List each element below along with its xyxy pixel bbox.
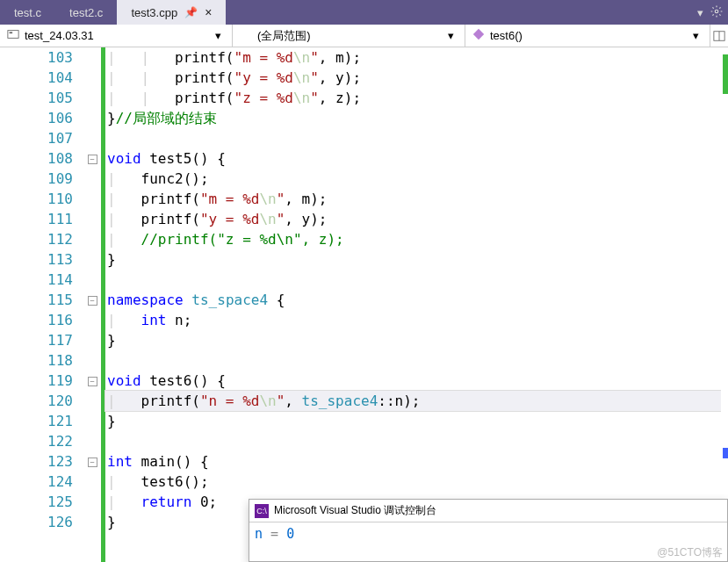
member-selector[interactable]: test6() ▾: [465, 25, 710, 47]
code-line[interactable]: | func2();: [105, 169, 721, 189]
code-line[interactable]: void test5() {: [105, 148, 721, 169]
fold-cell: [83, 270, 101, 290]
marker-change: [723, 54, 728, 94]
line-number: 109: [0, 169, 73, 189]
code-line[interactable]: | | printf("y = %d\n", y);: [105, 68, 721, 88]
line-number: 118: [0, 350, 73, 371]
fold-cell: [83, 47, 101, 68]
fold-cell[interactable]: −: [83, 290, 101, 310]
line-number: 117: [0, 330, 73, 350]
line-number: 110: [0, 189, 73, 209]
tab-test2-c[interactable]: test2.c: [55, 0, 117, 25]
line-number: 106: [0, 108, 73, 128]
code-editor[interactable]: 1031041051061071081091101111121131141151…: [0, 47, 728, 562]
member-label: test6(): [490, 29, 523, 42]
fold-cell: [83, 391, 101, 411]
line-number: 114: [0, 270, 73, 290]
fold-toggle-icon[interactable]: −: [88, 155, 97, 164]
code-line[interactable]: }: [105, 411, 721, 431]
fold-column: −−−−: [83, 47, 101, 562]
chevron-down-icon[interactable]: ▾: [689, 29, 703, 42]
scope-label: (全局范围): [240, 28, 311, 44]
fold-cell[interactable]: −: [83, 148, 101, 169]
code-line[interactable]: | int n;: [105, 310, 721, 330]
tab-test-c[interactable]: test.c: [0, 0, 55, 25]
line-number-gutter: 1031041051061071081091101111121131141151…: [0, 47, 83, 562]
project-icon: [7, 28, 19, 43]
code-line[interactable]: int main() {: [105, 451, 721, 472]
line-number: 104: [0, 68, 73, 88]
dropdown-icon[interactable]: ▾: [697, 6, 703, 19]
code-line[interactable]: | | printf("z = %d\n", z);: [105, 88, 721, 108]
method-icon: [472, 28, 485, 43]
line-number: 116: [0, 310, 73, 330]
fold-cell[interactable]: −: [83, 451, 101, 472]
code-line[interactable]: }: [105, 249, 721, 270]
code-area[interactable]: | | printf("m = %d\n", m);| | printf("y …: [105, 47, 721, 562]
code-line[interactable]: void test6() {: [105, 371, 721, 391]
fold-toggle-icon[interactable]: −: [88, 296, 97, 306]
line-number: 111: [0, 209, 73, 229]
debug-console-window: C:\ Microsoft Visual Studio 调试控制台 n = 0: [249, 499, 728, 562]
output-var: n: [255, 526, 263, 542]
console-title-text: Microsoft Visual Studio 调试控制台: [274, 503, 436, 518]
code-line[interactable]: }: [105, 330, 721, 350]
line-number: 124: [0, 472, 73, 492]
watermark: @51CTO博客: [657, 545, 723, 560]
code-line[interactable]: [105, 431, 721, 451]
console-titlebar[interactable]: C:\ Microsoft Visual Studio 调试控制台: [249, 500, 727, 522]
fold-cell: [83, 310, 101, 330]
fold-cell: [83, 169, 101, 189]
code-line[interactable]: namespace ts_space4 {: [105, 290, 721, 310]
tab-test3-cpp[interactable]: test3.cpp 📌 ×: [117, 0, 226, 25]
close-icon[interactable]: ×: [205, 5, 212, 19]
fold-cell: [83, 492, 101, 512]
line-number: 103: [0, 47, 73, 68]
code-line[interactable]: [105, 128, 721, 148]
line-number: 112: [0, 229, 73, 249]
fold-toggle-icon[interactable]: −: [88, 458, 97, 467]
line-number: 113: [0, 249, 73, 270]
line-number: 105: [0, 88, 73, 108]
line-number: 126: [0, 512, 73, 532]
line-number: 122: [0, 431, 73, 451]
chevron-down-icon[interactable]: ▾: [444, 29, 458, 42]
project-selector[interactable]: test_24.03.31 ▾: [0, 25, 233, 47]
code-line[interactable]: | printf("m = %d\n", m);: [105, 189, 721, 209]
line-number: 125: [0, 492, 73, 512]
project-label: test_24.03.31: [25, 29, 94, 42]
line-number: 120: [0, 391, 73, 411]
scope-selector[interactable]: (全局范围) ▾: [233, 25, 465, 47]
code-line[interactable]: | | printf("m = %d\n", m);: [105, 47, 721, 68]
fold-cell: [83, 330, 101, 350]
svg-rect-1: [8, 31, 18, 39]
split-icon[interactable]: [710, 25, 728, 47]
line-number: 121: [0, 411, 73, 431]
line-number: 115: [0, 290, 73, 310]
fold-cell: [83, 229, 101, 249]
line-number: 107: [0, 128, 73, 148]
marker-current: [723, 448, 728, 458]
svg-rect-2: [10, 32, 13, 33]
gear-icon[interactable]: [710, 5, 723, 20]
code-line[interactable]: | printf("y = %d\n", y);: [105, 209, 721, 229]
console-output: n = 0: [249, 522, 727, 545]
fold-cell: [83, 512, 101, 532]
code-line[interactable]: | //printf("z = %d\n", z);: [105, 229, 721, 249]
code-line[interactable]: | printf("n = %d\n", ts_space4::n);: [105, 391, 721, 411]
fold-cell: [83, 431, 101, 451]
fold-cell: [83, 411, 101, 431]
tab-bar: test.c test2.c test3.cpp 📌 × ▾: [0, 0, 728, 25]
code-line[interactable]: | test6();: [105, 472, 721, 492]
chevron-down-icon[interactable]: ▾: [212, 29, 225, 42]
overview-ruler: [721, 47, 728, 562]
code-line[interactable]: }//局部域的结束: [105, 108, 721, 128]
fold-toggle-icon[interactable]: −: [88, 377, 97, 386]
fold-cell: [83, 68, 101, 88]
code-line[interactable]: [105, 270, 721, 290]
pin-icon[interactable]: 📌: [184, 6, 198, 18]
console-icon: C:\: [255, 504, 269, 518]
code-line[interactable]: [105, 350, 721, 371]
fold-cell[interactable]: −: [83, 371, 101, 391]
svg-point-0: [715, 10, 718, 13]
